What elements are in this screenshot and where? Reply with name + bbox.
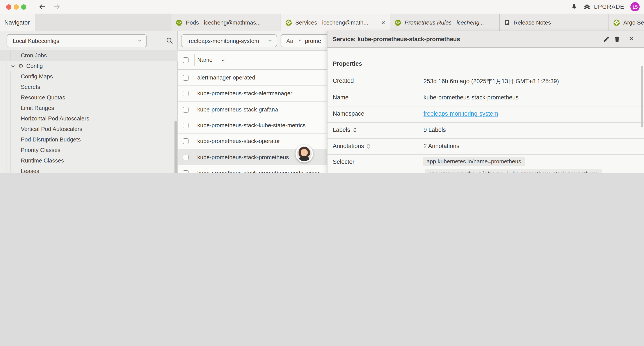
kubeconfig-selector[interactable]: Local Kubeconfigs [6, 34, 147, 47]
tab-prometheus-rules-icecheng[interactable]: Prometheus Rules - icecheng... [390, 13, 499, 31]
field-label-annotations: Annotations [333, 143, 371, 149]
close-icon[interactable]: ✕ [629, 35, 634, 42]
service-name: kube-prometheus-stack-prometheus [197, 154, 289, 160]
upgrade-button[interactable]: UPGRADE [583, 3, 624, 10]
sidebar: Local Kubeconfigs Cron Jobs⚙ConfigConfig… [0, 31, 178, 173]
sidebar-item-config[interactable]: ⚙Config [0, 61, 178, 71]
maximize-window-button[interactable] [21, 4, 26, 9]
table-row[interactable]: alertmanager-operated [178, 70, 327, 86]
back-icon[interactable] [38, 3, 46, 10]
row-separator [328, 106, 644, 106]
field-label-created: Created [333, 77, 354, 84]
sidebar-item-limit-ranges[interactable]: Limit Ranges [0, 103, 178, 113]
tree-child-guide [10, 155, 11, 166]
tab-services-icecheng-math[interactable]: Services - icecheng@math...✕ [280, 13, 390, 31]
sidebar-item-pod-disruption-budgets[interactable]: Pod Disruption Budgets [0, 134, 178, 145]
namespace-link[interactable]: freeleaps-monitoring-system [424, 110, 498, 117]
sort-toggle-icon[interactable] [367, 143, 371, 149]
sidebar-item-secrets[interactable]: Secrets [0, 82, 178, 92]
table-row[interactable]: kube-prometheus-stack-alertmanager [178, 86, 327, 102]
sort-asc-icon[interactable] [220, 58, 226, 63]
close-tab-icon[interactable]: ✕ [381, 19, 385, 26]
kubernetes-icon [613, 19, 620, 26]
namespace-selector[interactable]: freeleaps-monitoring-system [181, 34, 277, 47]
sidebar-item-runtime-classes[interactable]: Runtime Classes [0, 155, 178, 166]
value-badge: operator.prometheus.io/name=kube-prometh… [425, 169, 602, 173]
field-label-labels: Labels [333, 127, 357, 133]
avatar[interactable] [296, 145, 313, 162]
detail-title: Service: kube-prometheus-stack-prometheu… [328, 36, 460, 42]
field-value: kube-prometheus-stack-prometheus [424, 94, 518, 101]
tab-label: Pods - icecheng@mathmas... [186, 19, 260, 26]
tree-child-guide [10, 113, 11, 124]
header-divider [194, 54, 195, 66]
filter-row: freeleaps-monitoring-system Aa .* prome [178, 31, 327, 51]
gear-icon: ⚙ [18, 62, 24, 69]
tab-label: Argo Se [624, 19, 644, 26]
sidebar-search-icon[interactable] [166, 37, 173, 44]
sort-toggle-icon[interactable] [353, 127, 357, 133]
sidebar-item-priority-classes[interactable]: Priority Classes [0, 145, 178, 155]
tree-child-guide [10, 103, 11, 113]
sidebar-scrollbar[interactable] [174, 121, 177, 173]
section-heading-properties: Properties [333, 60, 362, 67]
row-separator [328, 154, 644, 155]
name-column-header[interactable]: Name [197, 56, 212, 63]
sidebar-item-cron-jobs[interactable]: Cron Jobs [0, 50, 178, 61]
field-label-selector: Selector [333, 159, 354, 165]
tree-child-guide [10, 82, 11, 92]
row-checkbox[interactable] [183, 123, 188, 128]
sidebar-item-label: Resource Quotas [21, 94, 65, 101]
chevron-down-icon[interactable] [10, 64, 15, 68]
detail-scrollbar[interactable] [641, 66, 643, 127]
row-checkbox[interactable] [183, 107, 188, 112]
tab-pods-icecheng-mathmas[interactable]: Pods - icecheng@mathmas... [171, 13, 280, 31]
service-name: kube-prometheus-stack-kube-state-metrics [197, 122, 306, 129]
select-all-checkbox[interactable] [183, 57, 188, 63]
service-detail-panel: Service: kube-prometheus-stack-prometheu… [327, 31, 644, 173]
sidebar-item-label: Runtime Classes [21, 157, 64, 164]
row-checkbox[interactable] [183, 154, 188, 160]
regex-toggle[interactable]: .* [297, 37, 301, 44]
row-checkbox[interactable] [183, 91, 188, 97]
table-row[interactable]: kube-prometheus-stack-kube-state-metrics [178, 118, 327, 134]
notification-badge[interactable]: 15 [630, 2, 640, 11]
sidebar-item-horizontal-pod-autoscalers[interactable]: Horizontal Pod Autoscalers [0, 113, 178, 124]
sidebar-item-config-maps[interactable]: Config Maps [0, 71, 178, 82]
minimize-window-button[interactable] [14, 4, 19, 9]
tab-argo-se[interactable]: Argo Se [608, 13, 644, 31]
table-row[interactable]: kube-prometheus-stack-grafana [178, 102, 327, 118]
sidebar-item-label: Horizontal Pod Autoscalers [21, 115, 89, 122]
app-window: UPGRADE 15 Navigator Pods - icecheng@mat… [0, 0, 644, 173]
table-row[interactable]: kube-prometheus-stack-prometheus-node-ex… [178, 165, 327, 173]
row-checkbox[interactable] [183, 138, 188, 144]
tab-strip: Navigator Pods - icecheng@mathmas...Serv… [0, 13, 644, 31]
close-window-button[interactable] [6, 4, 12, 9]
kubernetes-icon [176, 19, 182, 26]
chevron-down-icon [268, 38, 277, 43]
sidebar-item-vertical-pod-autoscalers[interactable]: Vertical Pod Autoscalers [0, 124, 178, 134]
detail-header: Service: kube-prometheus-stack-prometheu… [328, 31, 644, 48]
service-name: kube-prometheus-stack-prometheus-node-ex… [197, 170, 320, 173]
tree-child-guide [10, 71, 11, 82]
match-case-toggle[interactable]: Aa [286, 37, 293, 44]
tab-navigator[interactable]: Navigator [0, 13, 35, 31]
chevron-down-icon [137, 38, 146, 43]
tab-label: Release Notes [514, 19, 551, 26]
row-checkbox[interactable] [183, 75, 188, 81]
field-label-namespace: Namespace [333, 110, 364, 117]
bell-icon[interactable] [570, 3, 577, 10]
sidebar-item-resource-quotas[interactable]: Resource Quotas [0, 92, 178, 103]
row-separator [328, 90, 644, 90]
tree-child-guide [10, 92, 11, 103]
sidebar-item-leases[interactable]: Leases [0, 166, 178, 173]
edit-pencil-icon[interactable] [603, 36, 610, 43]
trash-icon[interactable] [614, 36, 620, 43]
row-checkbox[interactable] [183, 170, 188, 173]
sidebar-item-label: Config Maps [21, 73, 53, 80]
row-separator [328, 122, 644, 123]
tree-child-guide [10, 50, 11, 61]
forward-icon[interactable] [53, 3, 60, 10]
tab-release-notes[interactable]: Release Notes [499, 13, 608, 31]
field-value: 2 Annotations [424, 143, 460, 149]
